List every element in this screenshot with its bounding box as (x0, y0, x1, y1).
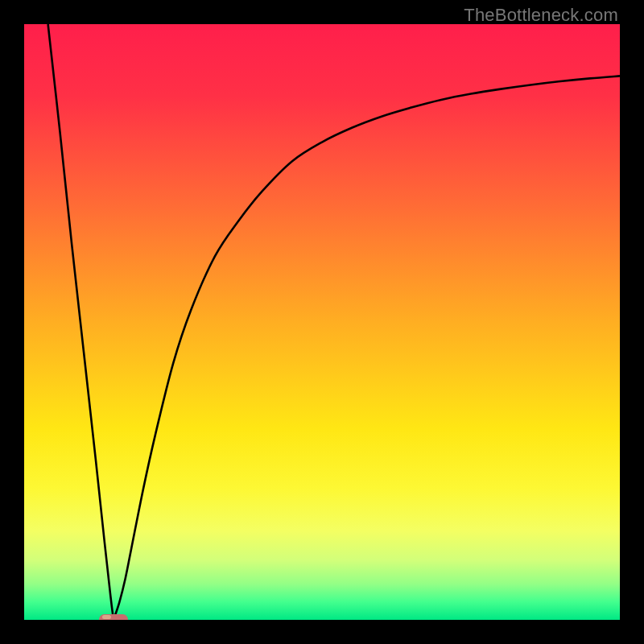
plot-area (24, 24, 620, 620)
curve-layer (24, 24, 620, 620)
optimum-marker (99, 614, 128, 620)
chart-frame: TheBottleneck.com (0, 0, 644, 644)
watermark-text: TheBottleneck.com (464, 5, 618, 26)
bottleneck-curve (48, 24, 620, 620)
svg-rect-2 (102, 615, 111, 619)
